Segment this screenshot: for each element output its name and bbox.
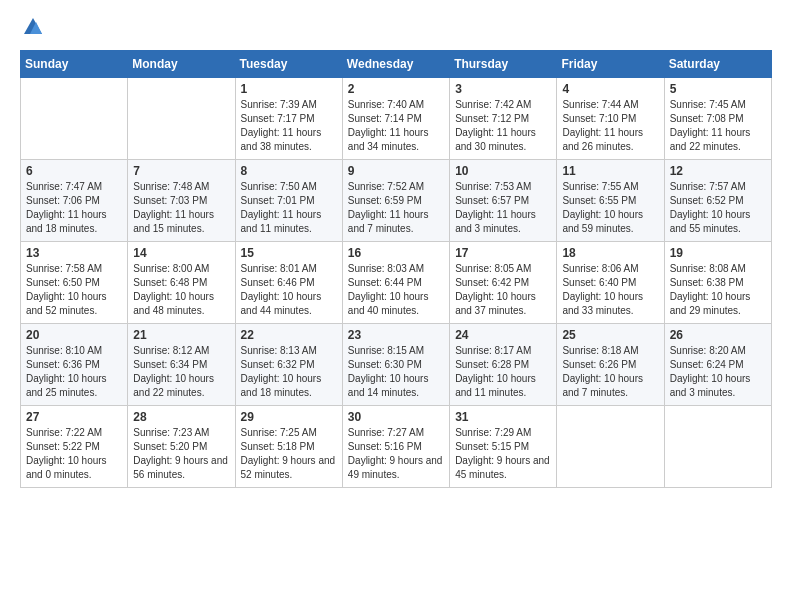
- page: SundayMondayTuesdayWednesdayThursdayFrid…: [0, 0, 792, 508]
- calendar-cell: [21, 78, 128, 160]
- day-number: 8: [241, 164, 337, 178]
- calendar-cell: 4Sunrise: 7:44 AMSunset: 7:10 PMDaylight…: [557, 78, 664, 160]
- day-number: 25: [562, 328, 658, 342]
- day-number: 10: [455, 164, 551, 178]
- day-number: 23: [348, 328, 444, 342]
- calendar-cell: 11Sunrise: 7:55 AMSunset: 6:55 PMDayligh…: [557, 160, 664, 242]
- calendar-cell: 9Sunrise: 7:52 AMSunset: 6:59 PMDaylight…: [342, 160, 449, 242]
- header: [20, 16, 772, 38]
- day-of-week-header: Sunday: [21, 51, 128, 78]
- day-of-week-header: Monday: [128, 51, 235, 78]
- calendar-cell: 1Sunrise: 7:39 AMSunset: 7:17 PMDaylight…: [235, 78, 342, 160]
- day-number: 2: [348, 82, 444, 96]
- calendar-cell: 2Sunrise: 7:40 AMSunset: 7:14 PMDaylight…: [342, 78, 449, 160]
- day-info: Sunrise: 8:03 AMSunset: 6:44 PMDaylight:…: [348, 262, 444, 318]
- day-number: 26: [670, 328, 766, 342]
- day-info: Sunrise: 7:39 AMSunset: 7:17 PMDaylight:…: [241, 98, 337, 154]
- calendar-cell: 6Sunrise: 7:47 AMSunset: 7:06 PMDaylight…: [21, 160, 128, 242]
- day-number: 22: [241, 328, 337, 342]
- day-number: 9: [348, 164, 444, 178]
- calendar-cell: 7Sunrise: 7:48 AMSunset: 7:03 PMDaylight…: [128, 160, 235, 242]
- calendar-cell: 22Sunrise: 8:13 AMSunset: 6:32 PMDayligh…: [235, 324, 342, 406]
- calendar-week-row: 27Sunrise: 7:22 AMSunset: 5:22 PMDayligh…: [21, 406, 772, 488]
- day-info: Sunrise: 7:52 AMSunset: 6:59 PMDaylight:…: [348, 180, 444, 236]
- day-number: 7: [133, 164, 229, 178]
- day-info: Sunrise: 8:10 AMSunset: 6:36 PMDaylight:…: [26, 344, 122, 400]
- calendar: SundayMondayTuesdayWednesdayThursdayFrid…: [20, 50, 772, 488]
- calendar-cell: 31Sunrise: 7:29 AMSunset: 5:15 PMDayligh…: [450, 406, 557, 488]
- calendar-cell: 10Sunrise: 7:53 AMSunset: 6:57 PMDayligh…: [450, 160, 557, 242]
- day-info: Sunrise: 8:13 AMSunset: 6:32 PMDaylight:…: [241, 344, 337, 400]
- day-info: Sunrise: 8:15 AMSunset: 6:30 PMDaylight:…: [348, 344, 444, 400]
- day-number: 27: [26, 410, 122, 424]
- day-info: Sunrise: 8:12 AMSunset: 6:34 PMDaylight:…: [133, 344, 229, 400]
- calendar-cell: 8Sunrise: 7:50 AMSunset: 7:01 PMDaylight…: [235, 160, 342, 242]
- day-number: 5: [670, 82, 766, 96]
- day-number: 30: [348, 410, 444, 424]
- calendar-cell: 15Sunrise: 8:01 AMSunset: 6:46 PMDayligh…: [235, 242, 342, 324]
- day-info: Sunrise: 7:44 AMSunset: 7:10 PMDaylight:…: [562, 98, 658, 154]
- calendar-cell: 16Sunrise: 8:03 AMSunset: 6:44 PMDayligh…: [342, 242, 449, 324]
- day-info: Sunrise: 8:01 AMSunset: 6:46 PMDaylight:…: [241, 262, 337, 318]
- calendar-cell: 19Sunrise: 8:08 AMSunset: 6:38 PMDayligh…: [664, 242, 771, 324]
- day-info: Sunrise: 7:25 AMSunset: 5:18 PMDaylight:…: [241, 426, 337, 482]
- day-info: Sunrise: 8:17 AMSunset: 6:28 PMDaylight:…: [455, 344, 551, 400]
- calendar-cell: 30Sunrise: 7:27 AMSunset: 5:16 PMDayligh…: [342, 406, 449, 488]
- day-number: 20: [26, 328, 122, 342]
- day-info: Sunrise: 7:48 AMSunset: 7:03 PMDaylight:…: [133, 180, 229, 236]
- day-info: Sunrise: 7:45 AMSunset: 7:08 PMDaylight:…: [670, 98, 766, 154]
- day-info: Sunrise: 7:50 AMSunset: 7:01 PMDaylight:…: [241, 180, 337, 236]
- day-number: 28: [133, 410, 229, 424]
- day-number: 16: [348, 246, 444, 260]
- day-number: 19: [670, 246, 766, 260]
- calendar-cell: 25Sunrise: 8:18 AMSunset: 6:26 PMDayligh…: [557, 324, 664, 406]
- day-number: 12: [670, 164, 766, 178]
- day-number: 18: [562, 246, 658, 260]
- day-info: Sunrise: 8:00 AMSunset: 6:48 PMDaylight:…: [133, 262, 229, 318]
- calendar-week-row: 1Sunrise: 7:39 AMSunset: 7:17 PMDaylight…: [21, 78, 772, 160]
- day-of-week-header: Friday: [557, 51, 664, 78]
- calendar-week-row: 6Sunrise: 7:47 AMSunset: 7:06 PMDaylight…: [21, 160, 772, 242]
- day-number: 4: [562, 82, 658, 96]
- calendar-cell: 13Sunrise: 7:58 AMSunset: 6:50 PMDayligh…: [21, 242, 128, 324]
- day-info: Sunrise: 8:08 AMSunset: 6:38 PMDaylight:…: [670, 262, 766, 318]
- calendar-cell: [128, 78, 235, 160]
- day-of-week-header: Tuesday: [235, 51, 342, 78]
- calendar-cell: 21Sunrise: 8:12 AMSunset: 6:34 PMDayligh…: [128, 324, 235, 406]
- calendar-cell: 14Sunrise: 8:00 AMSunset: 6:48 PMDayligh…: [128, 242, 235, 324]
- logo: [20, 16, 44, 38]
- day-info: Sunrise: 7:47 AMSunset: 7:06 PMDaylight:…: [26, 180, 122, 236]
- calendar-cell: 26Sunrise: 8:20 AMSunset: 6:24 PMDayligh…: [664, 324, 771, 406]
- calendar-week-row: 20Sunrise: 8:10 AMSunset: 6:36 PMDayligh…: [21, 324, 772, 406]
- day-info: Sunrise: 7:40 AMSunset: 7:14 PMDaylight:…: [348, 98, 444, 154]
- calendar-cell: 3Sunrise: 7:42 AMSunset: 7:12 PMDaylight…: [450, 78, 557, 160]
- day-info: Sunrise: 8:06 AMSunset: 6:40 PMDaylight:…: [562, 262, 658, 318]
- day-number: 13: [26, 246, 122, 260]
- calendar-header-row: SundayMondayTuesdayWednesdayThursdayFrid…: [21, 51, 772, 78]
- calendar-cell: 12Sunrise: 7:57 AMSunset: 6:52 PMDayligh…: [664, 160, 771, 242]
- day-number: 3: [455, 82, 551, 96]
- calendar-cell: 29Sunrise: 7:25 AMSunset: 5:18 PMDayligh…: [235, 406, 342, 488]
- day-of-week-header: Wednesday: [342, 51, 449, 78]
- day-info: Sunrise: 7:23 AMSunset: 5:20 PMDaylight:…: [133, 426, 229, 482]
- day-info: Sunrise: 7:53 AMSunset: 6:57 PMDaylight:…: [455, 180, 551, 236]
- calendar-cell: 27Sunrise: 7:22 AMSunset: 5:22 PMDayligh…: [21, 406, 128, 488]
- calendar-cell: [664, 406, 771, 488]
- day-of-week-header: Saturday: [664, 51, 771, 78]
- day-info: Sunrise: 7:42 AMSunset: 7:12 PMDaylight:…: [455, 98, 551, 154]
- day-number: 14: [133, 246, 229, 260]
- day-number: 31: [455, 410, 551, 424]
- calendar-cell: 23Sunrise: 8:15 AMSunset: 6:30 PMDayligh…: [342, 324, 449, 406]
- day-number: 11: [562, 164, 658, 178]
- calendar-cell: 24Sunrise: 8:17 AMSunset: 6:28 PMDayligh…: [450, 324, 557, 406]
- day-info: Sunrise: 7:57 AMSunset: 6:52 PMDaylight:…: [670, 180, 766, 236]
- calendar-cell: 17Sunrise: 8:05 AMSunset: 6:42 PMDayligh…: [450, 242, 557, 324]
- logo-icon: [22, 16, 44, 38]
- calendar-cell: 5Sunrise: 7:45 AMSunset: 7:08 PMDaylight…: [664, 78, 771, 160]
- day-number: 6: [26, 164, 122, 178]
- day-number: 17: [455, 246, 551, 260]
- day-info: Sunrise: 7:22 AMSunset: 5:22 PMDaylight:…: [26, 426, 122, 482]
- day-number: 15: [241, 246, 337, 260]
- calendar-week-row: 13Sunrise: 7:58 AMSunset: 6:50 PMDayligh…: [21, 242, 772, 324]
- day-info: Sunrise: 7:58 AMSunset: 6:50 PMDaylight:…: [26, 262, 122, 318]
